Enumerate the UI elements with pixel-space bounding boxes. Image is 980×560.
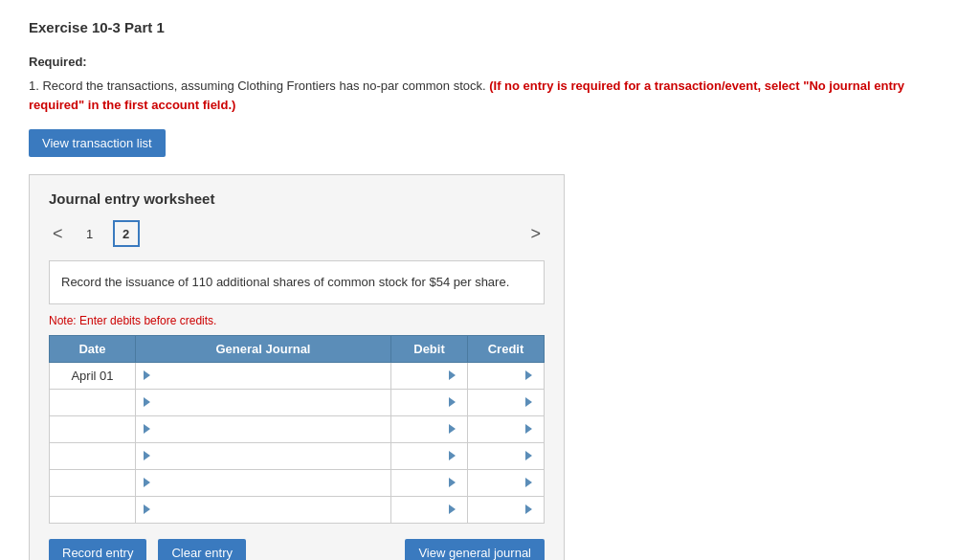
credit-arrow-icon bbox=[525, 370, 532, 380]
table-row bbox=[50, 389, 545, 415]
col-header-credit: Credit bbox=[468, 335, 545, 362]
instructions-plain: 1. Record the transactions, assuming Clo… bbox=[29, 78, 486, 93]
date-cell-4[interactable] bbox=[50, 469, 136, 496]
record-entry-button[interactable]: Record entry bbox=[49, 539, 146, 561]
date-cell-0[interactable]: April 01 bbox=[50, 362, 136, 389]
credit-cell-0[interactable] bbox=[468, 362, 545, 389]
row-arrow-icon bbox=[144, 504, 150, 514]
journal-cell-1[interactable] bbox=[136, 389, 391, 415]
journal-cell-4[interactable] bbox=[136, 469, 391, 496]
debit-arrow-icon bbox=[449, 424, 456, 434]
credit-cell-1[interactable] bbox=[468, 389, 545, 415]
required-label: Required: bbox=[29, 55, 951, 69]
table-row bbox=[50, 469, 545, 496]
col-header-debit: Debit bbox=[391, 335, 468, 362]
date-cell-5[interactable] bbox=[50, 496, 136, 523]
row-arrow-icon bbox=[144, 397, 150, 407]
worksheet-navigation: < 1 2 > bbox=[49, 220, 545, 247]
instructions: 1. Record the transactions, assuming Clo… bbox=[29, 77, 951, 114]
debit-arrow-icon bbox=[449, 370, 456, 380]
debit-cell-4[interactable] bbox=[391, 469, 468, 496]
credit-arrow-icon bbox=[525, 424, 532, 434]
debit-credit-note: Note: Enter debits before credits. bbox=[49, 314, 545, 327]
journal-entry-worksheet: Journal entry worksheet < 1 2 > Record t… bbox=[29, 174, 565, 560]
table-row bbox=[50, 442, 545, 469]
page-1-button[interactable]: 1 bbox=[77, 220, 103, 247]
debit-cell-5[interactable] bbox=[391, 496, 468, 523]
view-general-journal-button[interactable]: View general journal bbox=[405, 539, 545, 561]
debit-cell-1[interactable] bbox=[391, 389, 468, 415]
row-arrow-icon bbox=[144, 370, 150, 380]
credit-cell-4[interactable] bbox=[468, 469, 545, 496]
debit-cell-0[interactable] bbox=[391, 362, 468, 389]
row-arrow-icon bbox=[144, 451, 150, 460]
credit-arrow-icon bbox=[525, 478, 532, 487]
debit-cell-2[interactable] bbox=[391, 415, 468, 442]
row-arrow-icon bbox=[144, 424, 150, 434]
col-header-general-journal: General Journal bbox=[136, 335, 391, 362]
date-cell-3[interactable] bbox=[50, 442, 136, 469]
col-header-date: Date bbox=[50, 335, 136, 362]
debit-arrow-icon bbox=[449, 478, 456, 487]
clear-entry-button[interactable]: Clear entry bbox=[158, 539, 246, 561]
journal-cell-0[interactable] bbox=[136, 362, 391, 389]
debit-arrow-icon bbox=[449, 451, 456, 460]
credit-arrow-icon bbox=[525, 451, 532, 460]
credit-cell-5[interactable] bbox=[468, 496, 545, 523]
credit-arrow-icon bbox=[525, 504, 532, 514]
table-row: April 01 bbox=[50, 362, 545, 389]
transaction-description: Record the issuance of 110 additional sh… bbox=[49, 260, 545, 304]
table-row bbox=[50, 496, 545, 523]
debit-cell-3[interactable] bbox=[391, 442, 468, 469]
journal-cell-3[interactable] bbox=[136, 442, 391, 469]
date-cell-2[interactable] bbox=[50, 415, 136, 442]
action-buttons-row: Record entry Clear entry View general jo… bbox=[49, 539, 545, 561]
journal-cell-5[interactable] bbox=[136, 496, 391, 523]
next-page-button[interactable]: > bbox=[526, 224, 545, 244]
exercise-title: Exercise 10-3 Part 1 bbox=[29, 19, 951, 35]
table-row bbox=[50, 415, 545, 442]
prev-page-button[interactable]: < bbox=[49, 224, 67, 244]
debit-arrow-icon bbox=[449, 397, 456, 407]
credit-cell-3[interactable] bbox=[468, 442, 545, 469]
credit-arrow-icon bbox=[525, 397, 532, 407]
journal-cell-2[interactable] bbox=[136, 415, 391, 442]
row-arrow-icon bbox=[144, 478, 150, 487]
date-cell-1[interactable] bbox=[50, 389, 136, 415]
view-transaction-button[interactable]: View transaction list bbox=[29, 129, 166, 157]
worksheet-title: Journal entry worksheet bbox=[49, 190, 545, 207]
journal-table: Date General Journal Debit Credit April … bbox=[49, 335, 545, 524]
credit-cell-2[interactable] bbox=[468, 415, 545, 442]
debit-arrow-icon bbox=[449, 504, 456, 514]
page-2-button[interactable]: 2 bbox=[113, 220, 140, 247]
